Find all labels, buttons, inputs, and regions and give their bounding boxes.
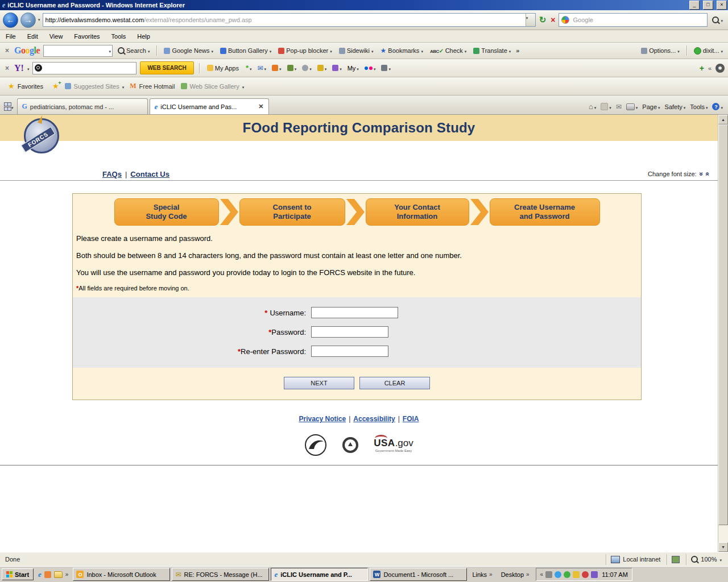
safety-menu-button[interactable]: Safety: [665, 103, 686, 110]
menu-edit[interactable]: Edit: [27, 33, 38, 40]
quicklaunch-icon[interactable]: [44, 571, 51, 578]
add-favorite-icon[interactable]: ★+: [52, 82, 59, 90]
menu-file[interactable]: File: [6, 33, 16, 40]
search-button[interactable]: [710, 16, 725, 23]
back-button[interactable]: ←: [3, 13, 18, 28]
tab-iclic[interactable]: e iCLIC Username and Pas... ✕: [150, 98, 269, 114]
mail-button[interactable]: ✉: [257, 64, 268, 72]
links-toolbar[interactable]: Links»: [469, 571, 495, 578]
usa-gov-logo[interactable]: USA.gov Government Made Easy: [374, 438, 413, 452]
yahoo-search-input[interactable]: [32, 62, 136, 74]
spellcheck-button[interactable]: ABC✓Check: [428, 46, 468, 55]
scrollbar-track[interactable]: [718, 525, 728, 542]
nav-history-dropdown-icon[interactable]: [38, 18, 40, 22]
games-button[interactable]: [331, 65, 343, 72]
refresh-button[interactable]: ↻: [538, 15, 548, 25]
next-button[interactable]: NEXT: [284, 377, 354, 389]
add-app-icon[interactable]: +: [700, 64, 704, 73]
tools-menu-button[interactable]: Tools: [690, 103, 708, 110]
feeds-button[interactable]: [601, 103, 611, 110]
menu-help[interactable]: Help: [137, 33, 150, 40]
tray-icon[interactable]: [573, 571, 580, 578]
print-button[interactable]: [626, 103, 638, 110]
answers-button[interactable]: [301, 65, 313, 72]
contact-us-link[interactable]: Contact Us: [130, 170, 169, 178]
accessibility-link[interactable]: Accessibility: [353, 415, 395, 423]
minimize-button[interactable]: _: [689, 1, 700, 10]
search-dropdown-icon[interactable]: [721, 16, 723, 23]
forward-button[interactable]: →: [20, 13, 36, 28]
google-input-dropdown-icon[interactable]: [109, 47, 111, 54]
popup-blocker-button[interactable]: Pop-up blocker: [276, 46, 334, 55]
google-search-input[interactable]: [43, 45, 113, 57]
translate-button[interactable]: Translate: [471, 46, 512, 55]
photos-button[interactable]: [380, 65, 392, 72]
task-word[interactable]: WDocument1 - Microsoft ...: [370, 568, 467, 581]
folder-icon[interactable]: [54, 571, 63, 578]
zoom-control[interactable]: 100%: [686, 554, 726, 565]
quick-tabs-button[interactable]: [3, 102, 15, 114]
task-iclic[interactable]: eiCLIC Username and P...: [271, 568, 368, 581]
button-gallery-button[interactable]: Button Gallery: [218, 46, 273, 55]
privacy-notice-link[interactable]: Privacy Notice: [299, 415, 346, 423]
tray-icon[interactable]: [582, 571, 589, 578]
close-toolbar-icon[interactable]: ×: [3, 47, 11, 55]
my-apps-button[interactable]: My Apps: [205, 64, 241, 73]
menu-favorites[interactable]: Favorites: [74, 33, 100, 40]
google-news-button[interactable]: Google News: [162, 46, 215, 55]
options-button[interactable]: Options...: [639, 46, 681, 55]
address-dropdown-icon[interactable]: [526, 14, 535, 26]
clear-button[interactable]: CLEAR: [359, 377, 430, 389]
share-button[interactable]: [271, 65, 283, 72]
menu-tools[interactable]: Tools: [111, 33, 126, 40]
tab-pediatricians[interactable]: G pediatricians, potomac md - ...: [17, 98, 148, 114]
suggested-sites-button[interactable]: Suggested Sites: [65, 83, 125, 90]
page-menu-button[interactable]: Page: [642, 103, 660, 110]
task-outlook[interactable]: OInbox - Microsoft Outlook: [73, 568, 170, 581]
google-search-button[interactable]: Search: [116, 46, 151, 55]
collapse-icon[interactable]: «: [708, 65, 712, 72]
start-button[interactable]: Start: [2, 568, 34, 580]
ie-quicklaunch-icon[interactable]: e: [38, 570, 42, 579]
tray-icon[interactable]: [555, 571, 561, 578]
tray-icon[interactable]: [564, 571, 570, 578]
close-toolbar-icon[interactable]: ×: [3, 64, 11, 72]
help-button[interactable]: ?: [712, 103, 723, 110]
task-message[interactable]: ✉RE: FORCS - Message (H...: [172, 568, 269, 581]
scrollbar-thumb[interactable]: [718, 124, 728, 525]
vertical-scrollbar[interactable]: ▲ ▼: [718, 115, 728, 552]
account-button[interactable]: dixit...: [692, 46, 725, 56]
faqs-link[interactable]: FAQs: [102, 170, 122, 178]
my-menu-button[interactable]: My: [346, 65, 360, 72]
reenter-password-field[interactable]: [311, 346, 388, 357]
gear-icon[interactable]: ✱: [715, 64, 725, 73]
yahoo-logo[interactable]: Y!: [14, 63, 24, 73]
menu-view[interactable]: View: [49, 33, 63, 40]
search-box[interactable]: [559, 13, 708, 27]
flickr-button[interactable]: [363, 65, 377, 72]
buzz-button[interactable]: [316, 65, 328, 72]
tray-icon[interactable]: [591, 571, 598, 578]
tray-collapse-icon[interactable]: «: [540, 571, 544, 577]
web-search-button[interactable]: WEB SEARCH: [140, 61, 193, 74]
bookmarks-button[interactable]: ★Bookmarks: [379, 45, 425, 56]
messenger-button[interactable]: *: [245, 64, 253, 72]
maximize-button[interactable]: □: [703, 1, 713, 10]
overflow-icon[interactable]: »: [65, 571, 69, 577]
tab-close-icon[interactable]: ✕: [258, 103, 263, 110]
tray-icon[interactable]: [545, 571, 552, 578]
web-slice-gallery-button[interactable]: Web Slice Gallery: [181, 83, 245, 90]
password-field[interactable]: [311, 326, 388, 338]
search-input[interactable]: [572, 16, 705, 24]
toolbar-overflow-icon[interactable]: »: [516, 47, 519, 54]
font-larger-icon[interactable]: «: [704, 172, 712, 176]
username-field[interactable]: [311, 307, 398, 318]
editor-button[interactable]: [286, 65, 298, 72]
address-input[interactable]: http://dietvalwsmsdemo.westat.com /exter…: [43, 13, 536, 27]
desktop-toolbar[interactable]: Desktop»: [498, 571, 533, 578]
close-button[interactable]: ×: [717, 1, 727, 10]
foia-link[interactable]: FOIA: [403, 415, 419, 423]
favorites-button[interactable]: ★Favorites: [5, 80, 47, 92]
stop-button[interactable]: ×: [549, 15, 556, 24]
scroll-down-icon[interactable]: ▼: [718, 542, 728, 552]
